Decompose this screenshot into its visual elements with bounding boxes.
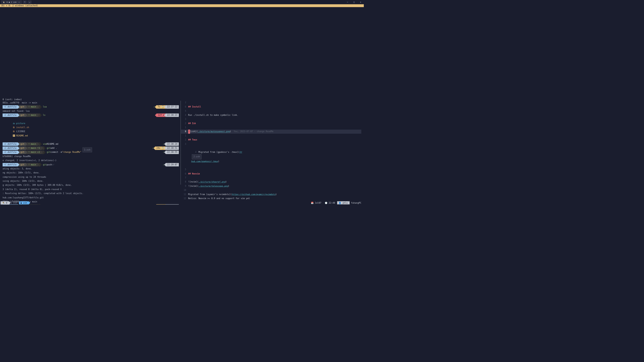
markdown-link: ./picture/showref.png [198, 181, 225, 183]
tab-dropdown-button[interactable]: ⌄ [28, 0, 32, 4]
folder-icon: 🗀 [13, 122, 16, 125]
command: vim [43, 142, 47, 146]
editor-line: 1 [181, 134, 361, 138]
clock-icon: 🕐 [325, 202, 328, 204]
editor-line: 6## Install [181, 105, 361, 109]
line-number: 7 [181, 176, 188, 180]
time-badge: 22:37:13 [166, 105, 179, 109]
editor-line: 5 [181, 109, 361, 113]
command-arg: commit -m [51, 150, 62, 154]
tmux-user: 👤 yhlu [337, 201, 350, 204]
line-number: 3 [181, 117, 188, 121]
editor-line: 2## Tmux [181, 138, 361, 142]
editor-line: 1 [181, 125, 361, 129]
maximize-button[interactable]: ▢ [351, 0, 357, 4]
calendar-icon: 📅 [311, 202, 314, 204]
push-output: hub.com:luyuhang1577/dotfile.git [3, 196, 180, 200]
left-pane[interactable]: 803a..aa987f0 main -> main ~/.dotfile gi… [0, 101, 181, 185]
tmux-window-indicator[interactable]: 1:zsh [83, 147, 92, 152]
time-badge: 22:38:51 [166, 147, 179, 150]
line-number: 2 [181, 138, 188, 142]
tmux-session-indicator[interactable]: 🐧 0 [1, 201, 9, 204]
push-output: ng objects: 100% (5/5), done. [3, 171, 180, 175]
tmux-panes: 803a..aa987f0 main -> main ~/.dotfile gi… [0, 101, 364, 185]
penguin-icon: 🐧 [2, 202, 5, 204]
command-arg: add . [51, 146, 57, 150]
prompt-path: ~/.dotfile [3, 114, 18, 117]
line-number-current: 9 [181, 130, 188, 134]
maximize-icon: ▢ [353, 1, 355, 3]
prompt-path: ~/.dotfile [3, 105, 18, 109]
prompt-branch: ᛘ main [26, 114, 37, 117]
editor-line: 9![nvim](./picture/telescope.png) [181, 184, 361, 188]
prompt-path: ~/.dotfile [3, 147, 18, 150]
line-number: 5 [181, 109, 188, 113]
ls-md: README.md [16, 134, 28, 137]
tab-close-button[interactable]: ✕ [18, 1, 20, 3]
tmux-status-right: 📅 Jul07 🕐 22:40 👤 yhlu YuhangPC [309, 201, 363, 204]
prompt-branch: ᛘ main [26, 105, 37, 109]
editor-line: 5 [181, 168, 361, 172]
editor-line: 7 [181, 176, 361, 180]
time-badge: 22:39:07 [166, 163, 179, 166]
right-pane-editor[interactable]: 7 6## Install 5 4Run ./install.sh to mak… [181, 101, 364, 185]
markdown-bang: ! [188, 130, 190, 134]
editor-line: 4Migrated from [gpakosz's .tmux](ht 2:zs… [181, 146, 361, 167]
line-number: 6 [181, 172, 188, 176]
line-number: 3 [181, 142, 188, 146]
ls-dir: picture [16, 122, 25, 125]
time-badge: 22:38:24 [166, 142, 179, 146]
line-number: 7 [181, 101, 188, 105]
push-output: compression using up to 24 threads [3, 175, 180, 179]
tmux-window-2-active[interactable]: ● zsh [19, 201, 29, 204]
command: git [47, 150, 51, 154]
markdown-link: ht [239, 151, 242, 153]
error-output: ommand not found: lsa [3, 109, 180, 113]
line-number: 5 [181, 168, 188, 172]
tmux-session-status: (0) + 0: 2 windows (attached) [0, 4, 364, 7]
git-blame-virtual-text: You, 2023-07-07 - change ReadMe [231, 130, 273, 134]
editor-line: 4Run ./install.sh to make symbolic link. [181, 113, 361, 117]
push-output: ssing objects: 100% (3/3), done. [3, 179, 180, 183]
editor-line: 6## Neovim [181, 172, 361, 176]
editor-line: 11Migrated from [ayamir's nvimdots](http… [181, 192, 361, 196]
commit-output: b7b0806] change ReadMe [3, 154, 180, 158]
window-titlebar: 🐧 0 ● 2 zsh ✕ + ⌄ ─ ▢ ✕ [0, 0, 364, 4]
prompt-path: ~/.dotfile [3, 151, 18, 154]
tab-group: 🐧 0 ● 2 zsh ✕ + ⌄ [0, 0, 32, 4]
editor-cursor-line[interactable]: 9 ![zsh](./picture/autosuggest.png) You,… [181, 130, 361, 134]
line-number: 1 [181, 134, 188, 138]
close-button[interactable]: ✕ [357, 0, 364, 4]
autosuggest: or [52, 163, 54, 167]
command-input[interactable] [43, 204, 46, 205]
command: lsa [43, 105, 47, 109]
prompt-row: ~/.dotfile git ᛘ main vim README.md ✓ 22… [3, 142, 180, 146]
minimize-button[interactable]: ─ [344, 0, 351, 4]
tab-title: 0 ● 2 zsh [7, 1, 17, 3]
markdown-link: https://github.com/ayamir/nvimdots [232, 193, 275, 196]
tmux-window-indicator[interactable]: 2:zsh [192, 154, 202, 159]
close-icon: ✕ [360, 1, 361, 3]
ls-file: LICENSE [16, 130, 25, 133]
terminal-area[interactable]: 0 (sort: index) 803a..aa987f0 main -> ma… [0, 7, 364, 201]
plus-icon: + [24, 1, 25, 3]
tmux-date: 📅 Jul07 [309, 201, 323, 204]
terminal-tab[interactable]: 🐧 0 ● 2 zsh ✕ [1, 0, 22, 4]
push-output: ating objects: 5, done. [3, 167, 180, 171]
time-badge: 22:39:22 [166, 204, 179, 204]
tmux-window-1[interactable]: 1 zsh [9, 201, 19, 204]
shell-icon: 🗎 [13, 126, 16, 129]
dot-icon: ● [20, 202, 22, 204]
prompt-row: ~/.dotfile git ᛘ main lsa ✓ 7s ⌛ 22:37:1… [3, 105, 180, 109]
new-tab-button[interactable]: + [23, 0, 27, 4]
prompt-branch: ᛘ main [26, 142, 37, 146]
file-icon: 🗎 [13, 130, 16, 133]
prompt-row: ~/.dotfile git ᛘ main git push or ✓ 22:3… [3, 163, 180, 167]
empty-scrollback [0, 7, 364, 98]
prompt-branch: ᛘ main [26, 163, 37, 166]
push-output: 3 (delta 2), reused 0 (delta 0), pack-re… [3, 187, 180, 191]
line-number: 4 [181, 113, 188, 117]
editor-line: 7 [181, 101, 361, 105]
markdown-icon: 🅼 [13, 134, 16, 137]
tmux-time: 🕐 22:40 [323, 201, 337, 204]
